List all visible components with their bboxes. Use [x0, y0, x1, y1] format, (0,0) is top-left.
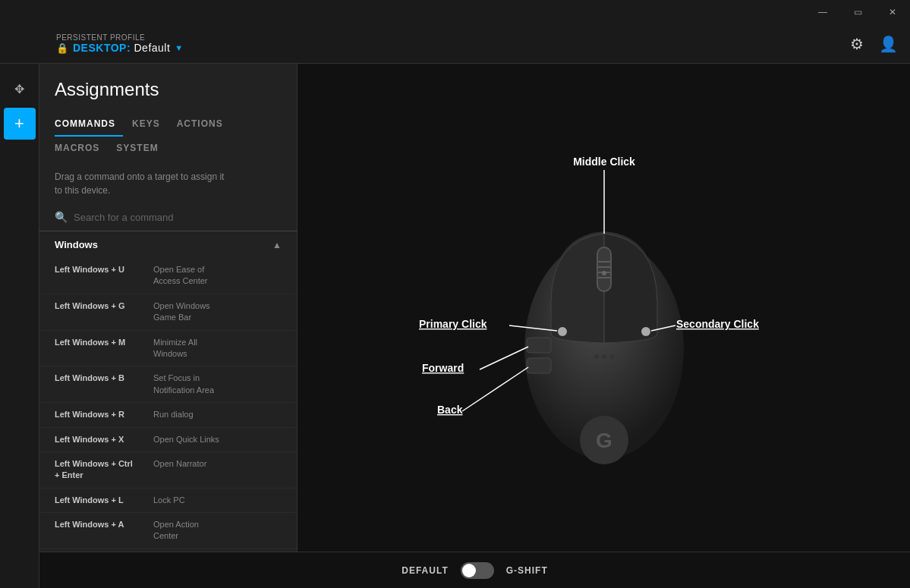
- cmd-item[interactable]: Left Windows + X Open Quick Links: [39, 428, 297, 452]
- topbar: ← PERSISTENT PROFILE 🔒 DESKTOP: Default …: [0, 24, 910, 64]
- tab-commands[interactable]: COMMANDS: [55, 112, 123, 137]
- tab-actions[interactable]: ACTIONS: [177, 112, 231, 137]
- windows-section-title: Windows: [55, 239, 98, 250]
- svg-point-14: [594, 354, 599, 359]
- persistent-profile-label: PERSISTENT PROFILE: [56, 33, 183, 42]
- topbar-actions: ⚙ 👤: [850, 35, 898, 53]
- restore-button[interactable]: ▭: [840, 0, 875, 24]
- profile-name-value: Default: [134, 42, 170, 54]
- titlebar: — ▭ ✕: [0, 0, 910, 24]
- tab-macros[interactable]: MACROS: [55, 137, 107, 161]
- svg-rect-9: [527, 358, 551, 373]
- svg-point-16: [609, 354, 614, 359]
- add-icon-button[interactable]: +: [4, 108, 36, 140]
- commands-list: Windows ▲ Left Windows + U Open Ease ofA…: [39, 231, 297, 588]
- gshift-label: G-SHIFT: [506, 565, 548, 576]
- label-primary-click: Primary Click: [419, 318, 487, 330]
- default-label: DEFAULT: [401, 565, 448, 576]
- label-secondary-click: Secondary Click: [676, 318, 759, 330]
- mouse-visualization-area: G Middle Click Primary Click Secondary C…: [298, 64, 910, 588]
- svg-point-15: [602, 354, 606, 359]
- windows-section-header[interactable]: Windows ▲: [39, 231, 297, 258]
- cmd-item[interactable]: Left Windows + Ctrl+ Enter Open Narrator: [39, 452, 297, 489]
- search-input[interactable]: [74, 212, 282, 223]
- section-collapse-icon: ▲: [272, 240, 282, 250]
- svg-line-20: [480, 347, 528, 369]
- close-button[interactable]: ✕: [875, 0, 910, 24]
- mouse-svg: G Middle Click Primary Click Secondary C…: [338, 114, 870, 539]
- panel-title: Assignments: [55, 79, 282, 100]
- cmd-item[interactable]: Left Windows + A Open ActionCenter: [39, 513, 297, 549]
- svg-rect-2: [598, 248, 610, 291]
- profile-desktop-label: DESKTOP: Default: [73, 42, 170, 54]
- svg-line-21: [462, 367, 528, 411]
- minimize-button[interactable]: —: [805, 0, 840, 24]
- tab-keys[interactable]: KEYS: [132, 112, 168, 137]
- label-forward: Forward: [422, 362, 464, 374]
- cmd-item[interactable]: Left Windows + G Open WindowsGame Bar: [39, 294, 297, 331]
- assignments-panel: Assignments COMMANDS KEYS ACTIONS MACROS…: [39, 64, 298, 588]
- tabs-row-1: COMMANDS KEYS ACTIONS: [55, 112, 282, 137]
- main-layout: ✥ + Assignments COMMANDS KEYS ACTIONS MA…: [0, 64, 910, 588]
- cmd-item[interactable]: Left Windows + M Minimize AllWindows: [39, 331, 297, 367]
- toggle-thumb: [462, 564, 476, 577]
- cmd-item[interactable]: Left Windows + B Set Focus inNotificatio…: [39, 366, 297, 403]
- panel-header: Assignments COMMANDS KEYS ACTIONS MACROS…: [39, 64, 297, 161]
- cmd-item[interactable]: Left Windows + L Lock PC: [39, 489, 297, 513]
- account-icon[interactable]: 👤: [879, 35, 898, 53]
- svg-point-10: [558, 327, 567, 336]
- search-wrap: 🔍: [39, 206, 297, 231]
- cmd-item[interactable]: Left Windows + R Run dialog: [39, 403, 297, 427]
- svg-rect-8: [527, 338, 551, 353]
- svg-text:G: G: [596, 429, 612, 452]
- svg-point-7: [602, 271, 606, 275]
- tab-system[interactable]: SYSTEM: [116, 137, 165, 161]
- mode-toggle[interactable]: [461, 562, 494, 579]
- profile-dropdown-icon[interactable]: ▼: [175, 43, 183, 52]
- nav-icon-button[interactable]: ✥: [4, 73, 36, 105]
- cmd-item[interactable]: Left Windows + U Open Ease ofAccess Cent…: [39, 258, 297, 294]
- label-back: Back: [437, 404, 463, 416]
- profile-row: 🔒 DESKTOP: Default ▼: [56, 42, 183, 54]
- search-icon: 🔍: [55, 211, 68, 223]
- svg-point-11: [641, 327, 650, 336]
- settings-icon[interactable]: ⚙: [850, 35, 864, 53]
- tabs-row-2: MACROS SYSTEM: [55, 137, 282, 161]
- lock-icon: 🔒: [56, 42, 68, 54]
- drag-hint: Drag a command onto a target to assign i…: [39, 161, 297, 206]
- label-middle-click: Middle Click: [573, 156, 635, 168]
- side-navigation: ✥ +: [0, 64, 39, 588]
- bottom-bar: DEFAULT G-SHIFT: [39, 552, 910, 588]
